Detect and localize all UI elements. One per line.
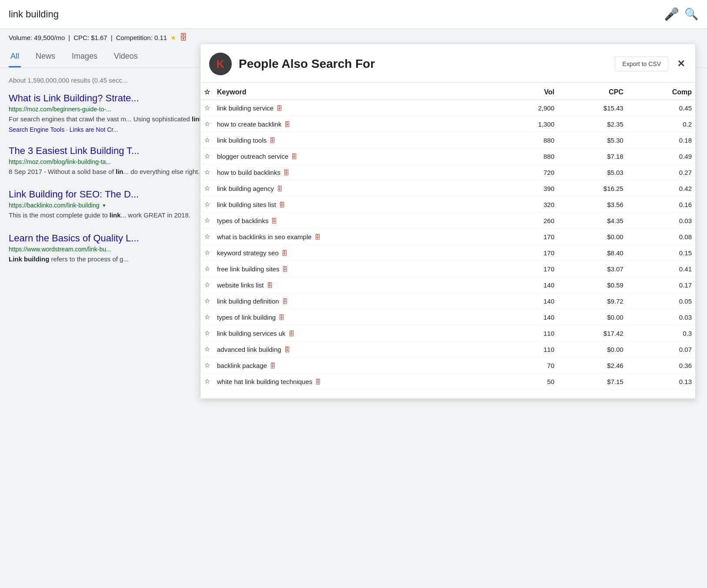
volume-cell: 320 [498,197,558,213]
star-toggle[interactable]: ☆ [200,229,213,245]
star-toggle[interactable]: ☆ [200,309,213,325]
table-row: ☆how to create backlink🗄1,300$2.350.2 [200,116,695,132]
keyword-cell: keyword strategy seo🗄 [213,245,498,261]
volume-cell: 1,300 [498,116,558,132]
db-icon: 🗄 [278,314,284,321]
db-icon: 🗄 [277,185,283,192]
cpc-cell: $3.07 [558,261,627,277]
keyword-text[interactable]: website links list [217,281,264,289]
volume-cell: 140 [498,293,558,309]
result-link[interactable]: Search Engine Tools [9,126,64,133]
star-toggle[interactable]: ☆ [200,213,213,229]
table-row: ☆white hat link building techniques🗄50$7… [200,374,695,390]
comp-cell: 0.3 [627,325,695,341]
favorite-star-icon[interactable]: ★ [170,34,176,42]
db-icon: 🗄 [282,266,288,273]
table-row: ☆types of link building🗄140$0.000.03 [200,309,695,325]
tab-videos[interactable]: Videos [112,47,140,67]
dropdown-arrow-icon[interactable]: ▼ [102,203,107,208]
people-also-search-panel: K People Also Search For Export to CSV ✕… [200,43,696,399]
table-header-vol: Vol [498,83,558,100]
star-toggle[interactable]: ☆ [200,164,213,180]
comp-cell: 0.42 [627,180,695,197]
keyword-text[interactable]: link building services uk [217,330,286,337]
db-icon: 🗄 [284,346,290,353]
db-icon: 🗄 [284,121,290,128]
comp-cell: 0.13 [627,374,695,390]
keyword-cell: how to create backlink🗄 [213,116,498,132]
search-icon[interactable]: 🔍 [684,7,698,21]
db-icon: 🗄 [291,153,297,160]
keyword-text[interactable]: blogger outreach service [217,153,288,160]
keyword-text[interactable]: how to create backlink [217,120,281,128]
star-toggle[interactable]: ☆ [200,197,213,213]
db-icon: 🗄 [283,169,289,176]
db-icon: 🗄 [281,250,287,257]
keyword-cell: backlink package🗄 [213,357,498,374]
star-toggle[interactable]: ☆ [200,180,213,197]
star-toggle[interactable]: ☆ [200,116,213,132]
comp-cell: 0.03 [627,309,695,325]
keyword-text[interactable]: link building definition [217,297,279,305]
keyword-text[interactable]: what is backlinks in seo example [217,233,312,241]
keyword-text[interactable]: how to build backlinks [217,169,280,176]
cpc-cell: $15.43 [558,100,627,116]
db-icon: 🗄 [282,298,288,305]
star-toggle[interactable]: ☆ [200,148,213,164]
comp-cell: 0.2 [627,116,695,132]
keyword-text[interactable]: keyword strategy seo [217,249,279,257]
tab-all[interactable]: All [9,47,21,67]
db-icon: 🗄 [279,201,285,208]
star-toggle[interactable]: ☆ [200,132,213,148]
cpc-cell: $3.56 [558,197,627,213]
volume-cell: 70 [498,357,558,374]
keyword-text[interactable]: white hat link building techniques [217,378,312,385]
keyword-text[interactable]: advanced link building [217,346,281,353]
volume-cell: 390 [498,180,558,197]
star-toggle[interactable]: ☆ [200,357,213,374]
table-row: ☆link building agency🗄390$16.250.42 [200,180,695,197]
star-toggle[interactable]: ☆ [200,374,213,390]
table-row: ☆link building services uk🗄110$17.420.3 [200,325,695,341]
star-toggle[interactable]: ☆ [200,261,213,277]
tab-news[interactable]: News [34,47,57,67]
keyword-cell: link building sites list🗄 [213,197,498,213]
comp-cell: 0.16 [627,197,695,213]
tab-images[interactable]: Images [70,47,99,67]
volume-cell: 260 [498,213,558,229]
db-icon: 🗄 [269,137,275,144]
cpc-cell: $0.59 [558,277,627,293]
separator: | [111,34,113,41]
keyword-text[interactable]: backlink package [217,362,267,369]
cpc-cell: $0.00 [558,229,627,245]
keyword-text[interactable]: link building sites list [217,201,276,208]
separator: | [68,34,70,41]
table-row: ☆what is backlinks in seo example🗄170$0.… [200,229,695,245]
keyword-text[interactable]: types of backlinks [217,217,268,224]
close-icon[interactable]: ✕ [677,58,685,70]
comp-cell: 0.18 [627,132,695,148]
keyword-text[interactable]: link building tools [217,137,267,144]
comp-cell: 0.41 [627,261,695,277]
comp-cell: 0.15 [627,245,695,261]
export-csv-button[interactable]: Export to CSV [615,57,668,71]
star-toggle[interactable]: ☆ [200,325,213,341]
keyword-text[interactable]: free link building sites [217,265,279,273]
star-toggle[interactable]: ☆ [200,293,213,309]
keyword-cell: link building services uk🗄 [213,325,498,341]
mic-icon[interactable]: 🎤 [664,7,679,21]
keyword-text[interactable]: link building agency [217,185,274,192]
star-toggle[interactable]: ☆ [200,100,213,116]
keyword-text[interactable]: types of link building [217,314,276,321]
cpc-stat: CPC: $1.67 [73,34,107,41]
keyword-cell: how to build backlinks🗄 [213,164,498,180]
comp-cell: 0.05 [627,293,695,309]
star-toggle[interactable]: ☆ [200,245,213,261]
star-toggle[interactable]: ☆ [200,277,213,293]
search-input[interactable] [9,9,659,20]
search-bar: 🎤 🔍 [0,0,707,29]
result-link[interactable]: Links are Not Cr... [66,126,118,133]
star-toggle[interactable]: ☆ [200,341,213,357]
keyword-text[interactable]: link building service [217,104,273,112]
overlay-header: K People Also Search For Export to CSV ✕ [200,44,695,83]
